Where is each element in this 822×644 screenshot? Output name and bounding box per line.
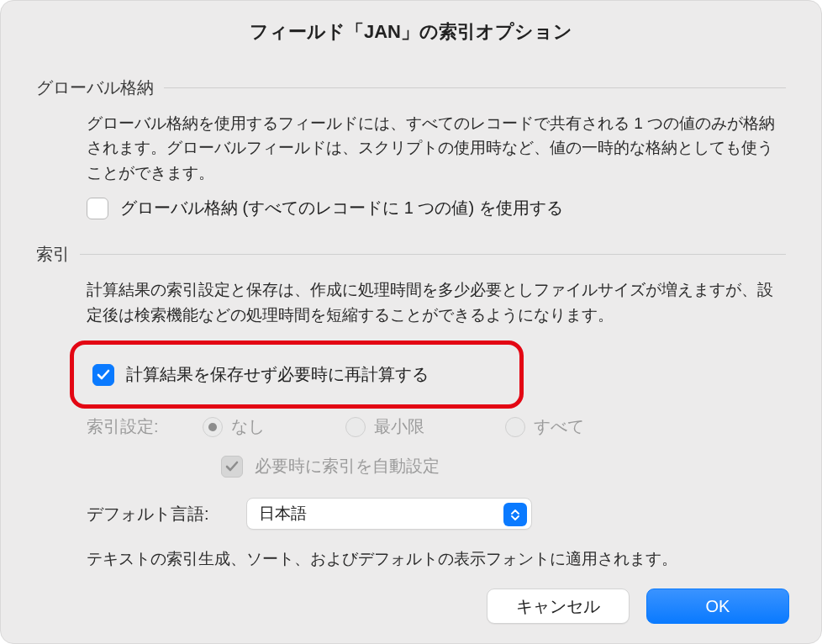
divider — [164, 87, 786, 88]
radio-minimal[interactable] — [345, 417, 366, 437]
radio-all[interactable] — [505, 417, 525, 437]
index-option-minimal-label: 最小限 — [374, 415, 424, 438]
ok-button[interactable]: OK — [646, 589, 789, 624]
default-language-label: デフォルト言語: — [87, 503, 229, 525]
section-index-header: 索引 — [36, 243, 786, 266]
auto-index-row[interactable]: 必要時に索引を自動設定 — [221, 455, 786, 478]
section-label-global-storage: グローバル格納 — [36, 77, 161, 99]
recalc-label: 計算結果を保存せず必要時に再計算する — [126, 363, 429, 386]
default-language-row: デフォルト言語: 日本語 — [87, 498, 786, 530]
index-option-none-label: なし — [231, 415, 265, 438]
index-option-all[interactable]: すべて — [505, 415, 584, 438]
recalc-checkbox-row[interactable]: 計算結果を保存せず必要時に再計算する — [92, 363, 508, 386]
use-global-storage-label: グローバル格納 (すべてのレコードに 1 つの値) を使用する — [120, 197, 563, 219]
use-global-storage-checkbox[interactable] — [87, 198, 108, 219]
language-footnote: テキストの索引生成、ソート、およびデフォルトの表示フォントに適用されます。 — [87, 548, 786, 570]
default-language-value: 日本語 — [259, 503, 307, 525]
index-option-all-label: すべて — [534, 415, 584, 438]
radio-none[interactable] — [203, 417, 223, 437]
dialog-button-bar: キャンセル OK — [1, 570, 821, 644]
recalc-checkbox[interactable] — [92, 364, 114, 386]
global-storage-description: グローバル格納を使用するフィールドには、すべてのレコードで共有される 1 つの値… — [87, 111, 786, 185]
auto-index-label: 必要時に索引を自動設定 — [255, 455, 440, 478]
index-option-none[interactable]: なし — [203, 415, 265, 438]
auto-index-checkbox[interactable] — [221, 456, 243, 478]
section-label-index: 索引 — [36, 243, 76, 266]
dialog-title: フィールド「JAN」の索引オプション — [1, 1, 821, 61]
divider — [80, 254, 786, 255]
default-language-select[interactable]: 日本語 — [246, 498, 532, 530]
index-setting-row: 索引設定: なし 最小限 すべて — [87, 415, 786, 438]
index-options-dialog: フィールド「JAN」の索引オプション グローバル格納 グローバル格納を使用するフ… — [0, 0, 822, 644]
index-description: 計算結果の索引設定と保存は、作成に処理時間を多少必要としファイルサイズが増えます… — [87, 277, 786, 327]
index-option-minimal[interactable]: 最小限 — [345, 415, 424, 438]
dialog-content: グローバル格納 グローバル格納を使用するフィールドには、すべてのレコードで共有さ… — [1, 61, 821, 570]
section-global-storage-header: グローバル格納 — [36, 77, 786, 99]
index-setting-label: 索引設定: — [87, 415, 179, 438]
use-global-storage-row[interactable]: グローバル格納 (すべてのレコードに 1 つの値) を使用する — [87, 197, 786, 219]
cancel-button[interactable]: キャンセル — [487, 589, 630, 624]
recalc-highlight-box: 計算結果を保存せず必要時に再計算する — [70, 340, 524, 409]
chevron-up-down-icon — [503, 503, 527, 526]
